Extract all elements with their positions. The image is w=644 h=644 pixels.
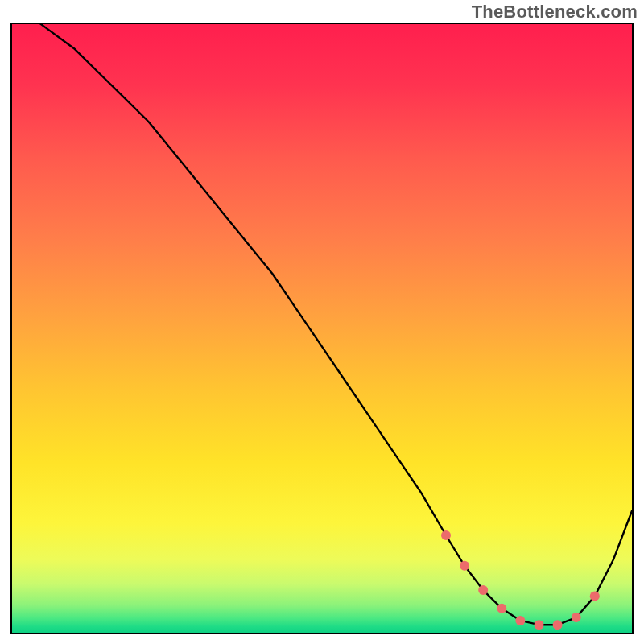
- marker-dot: [460, 561, 469, 571]
- plot-svg: [10, 23, 634, 634]
- marker-dot: [478, 585, 488, 595]
- marker-dot: [515, 616, 525, 625]
- plot-area: [10, 23, 634, 634]
- marker-dot: [572, 613, 581, 622]
- marker-dot: [590, 592, 600, 601]
- chart-container: TheBottleneck.com: [0, 0, 644, 644]
- watermark-text: TheBottleneck.com: [472, 2, 638, 23]
- gradient-background: [12, 24, 632, 633]
- marker-dot: [497, 604, 506, 613]
- marker-dot: [441, 530, 451, 540]
- marker-dot: [553, 620, 563, 630]
- marker-dot: [535, 620, 544, 630]
